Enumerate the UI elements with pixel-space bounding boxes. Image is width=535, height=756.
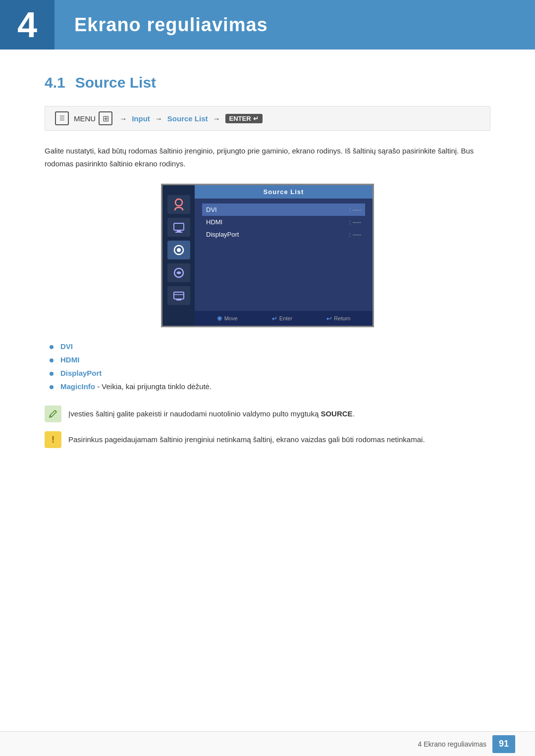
footer-page-number: 91 <box>492 735 515 753</box>
svg-point-8 <box>177 248 181 252</box>
sidebar-icon-2 <box>167 218 190 237</box>
header-banner: 4 Ekrano reguliavimas <box>0 0 535 50</box>
screen-item-dvi: DVI : ---- <box>202 203 365 216</box>
svg-point-3 <box>175 199 182 206</box>
warning-symbol: ! <box>52 435 54 445</box>
screen-container: Source List DVI : ---- HDMI : ---- Displ… <box>45 184 490 327</box>
enter-icon: ↵ <box>253 115 259 122</box>
move-icon: ❋ <box>217 315 222 322</box>
bullet-list: DVI HDMI DisplayPort MagicInfo - Veikia,… <box>45 342 490 391</box>
sidebar-icon-1 <box>167 195 190 214</box>
chapter-number: 4 <box>17 7 37 43</box>
pencil-icon <box>45 405 61 422</box>
sidebar-icon-4 <box>167 263 190 282</box>
chapter-title: Ekrano reguliavimas <box>54 14 268 36</box>
screen-bottom-bar: ❋ Move ↵ Enter ↩ Return <box>195 311 373 326</box>
dvi-value: : ---- <box>349 206 361 213</box>
section-title: Source List <box>75 74 156 91</box>
enter-btn-label: Enter <box>279 315 292 321</box>
bottom-btn-enter: ↵ Enter <box>272 315 292 322</box>
footer-text: 4 Ekrano reguliavimas <box>418 740 486 748</box>
screen-title: Source List <box>264 188 304 196</box>
grid-icon: ⊞ <box>99 111 112 125</box>
menu-path: ☰ MENU ⊞ → Input → Source List → ENTER ↵ <box>45 106 490 131</box>
enter-label: ENTER <box>229 115 251 122</box>
section-number: 4.1 <box>45 74 65 91</box>
page-footer: 4 Ekrano reguliavimas 91 <box>0 731 535 756</box>
menu-label: MENU <box>74 114 96 123</box>
description-text: Galite nustatyti, kad būtų rodomas šalti… <box>45 145 490 170</box>
note-text-pencil: Įvesties šaltinį galite pakeisti ir naud… <box>68 405 355 420</box>
bullet-dot <box>50 345 54 349</box>
return-icon: ↩ <box>326 315 332 322</box>
list-item: DisplayPort <box>50 369 490 377</box>
displayport-value: : ---- <box>349 231 361 238</box>
note-box-pencil: Įvesties šaltinį galite pakeisti ir naud… <box>45 405 490 422</box>
sidebar-icon-5 <box>167 286 190 305</box>
screen-title-bar: Source List <box>195 185 373 199</box>
screen-main: Source List DVI : ---- HDMI : ---- Displ… <box>195 185 373 311</box>
svg-rect-5 <box>177 230 181 232</box>
svg-rect-6 <box>175 232 182 233</box>
chapter-number-box: 4 <box>0 0 54 50</box>
bottom-btn-return: ↩ Return <box>326 315 350 322</box>
hdmi-label: HDMI <box>206 218 222 226</box>
section-header: 4.1 Source List <box>45 74 490 91</box>
sidebar-icon-3 <box>167 241 190 259</box>
dvi-label: DVI <box>206 206 217 213</box>
list-item: DVI <box>50 342 490 351</box>
note-box-warning: ! Pasirinkus pageidaujamam šaltinio įren… <box>45 431 490 448</box>
arrow-1: → <box>119 114 127 123</box>
menu-source-list: Source List <box>167 114 208 123</box>
arrow-2: → <box>155 114 162 123</box>
bullet-text-dvi: DVI <box>60 342 73 351</box>
hdmi-value: : ---- <box>349 218 361 226</box>
screen-menu-list: DVI : ---- HDMI : ---- DisplayPort : ---… <box>195 199 373 246</box>
screen-simulation: Source List DVI : ---- HDMI : ---- Displ… <box>161 184 374 327</box>
bullet-text-displayport: DisplayPort <box>60 369 102 377</box>
bullet-text-magicinfo: MagicInfo - Veikia, kai prijungta tinklo… <box>60 382 212 391</box>
menu-icon: ☰ <box>55 111 69 125</box>
displayport-label: DisplayPort <box>206 231 239 238</box>
arrow-3: → <box>213 114 220 123</box>
menu-input: Input <box>132 114 150 123</box>
return-label: Return <box>334 315 350 321</box>
screen-item-hdmi: HDMI : ---- <box>202 216 365 228</box>
menu-enter: ENTER ↵ <box>225 114 263 123</box>
svg-rect-10 <box>174 292 184 299</box>
move-label: Move <box>224 315 238 321</box>
bullet-dot <box>50 372 54 376</box>
svg-rect-12 <box>176 299 181 301</box>
screen-sidebar <box>162 185 195 326</box>
screen-item-displayport: DisplayPort : ---- <box>202 228 365 241</box>
enter-btn-icon: ↵ <box>272 315 277 322</box>
list-item: MagicInfo - Veikia, kai prijungta tinklo… <box>50 382 490 391</box>
bottom-btn-move: ❋ Move <box>217 315 238 322</box>
source-bold: SOURCE <box>321 409 352 418</box>
warning-icon: ! <box>45 431 61 448</box>
bullet-dot <box>50 358 54 362</box>
note-text-warning: Pasirinkus pageidaujamam šaltinio įrengi… <box>68 431 425 446</box>
list-item: HDMI <box>50 355 490 364</box>
bullet-text-hdmi: HDMI <box>60 355 79 364</box>
bullet-dot <box>50 385 54 389</box>
svg-rect-4 <box>174 223 184 230</box>
main-content: 4.1 Source List ☰ MENU ⊞ → Input → Sourc… <box>0 50 535 497</box>
